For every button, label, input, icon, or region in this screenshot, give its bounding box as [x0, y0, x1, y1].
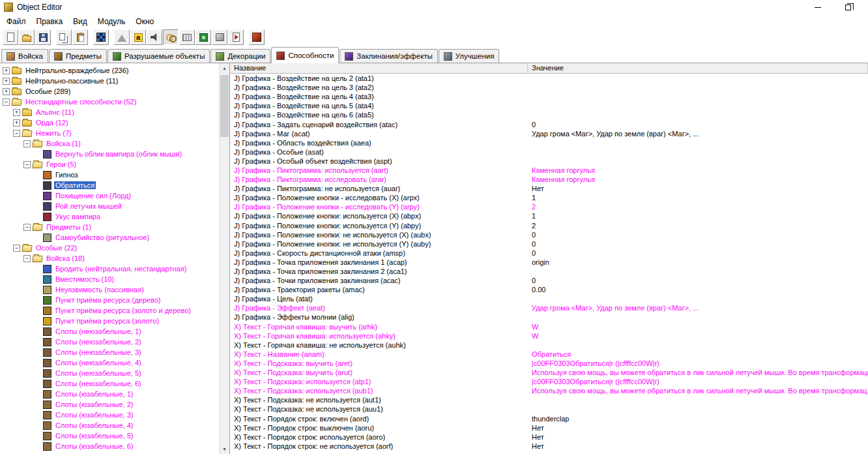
tree-item[interactable]: Слоты (неюзабельные, 1)	[0, 326, 219, 337]
tree-item[interactable]: +Нейтрально-пассивные (11)	[0, 76, 219, 86]
table-row[interactable]: X) Текст - Горячая клавиша: выучить (arh…	[230, 322, 868, 331]
table-row[interactable]: J) Графика - Воздействие на цель 6 (ata5…	[230, 110, 868, 119]
tree-item[interactable]: Гипноз	[0, 170, 219, 180]
table-row[interactable]: J) Графика - Пиктограмма: используется (…	[230, 166, 868, 175]
expand-toggle[interactable]: −	[23, 140, 31, 147]
expand-toggle[interactable]: +	[13, 119, 20, 127]
table-row[interactable]: X) Текст - Горячая клавиша: не используе…	[230, 340, 868, 350]
expand-toggle[interactable]: −	[23, 161, 31, 168]
table-row[interactable]: J) Графика - Траектория ракеты (amac)0.0…	[230, 285, 868, 294]
expand-toggle[interactable]: +	[3, 67, 10, 74]
tree-item[interactable]: Слоты (юзабельные, 6)	[0, 441, 219, 451]
table-row[interactable]: J) Графика - Воздействие на цель 4 (ata3…	[230, 92, 868, 101]
trigger-editor-button[interactable]	[130, 29, 146, 45]
tree-item[interactable]: Вместимость (10)	[0, 274, 219, 284]
menu-edit[interactable]: Правка	[31, 16, 68, 27]
tree-item[interactable]: Слоты (неюзабельные, 6)	[0, 378, 219, 389]
campaign-editor-button[interactable]	[179, 29, 195, 45]
sound-editor-button[interactable]	[147, 29, 162, 45]
tab-destructibles[interactable]: Разрушаемые объекты	[108, 49, 210, 63]
tree-item[interactable]: Вернуть облик вампира (облик мыши)	[0, 149, 219, 159]
tree-item[interactable]: Пункт приёма ресурса (золото и дерево)	[0, 305, 219, 316]
tree-item[interactable]: Слоты (юзабельные, 3)	[0, 410, 219, 420]
tree-item[interactable]: −Нежить (7)	[0, 128, 219, 138]
expand-toggle[interactable]: +	[3, 88, 10, 95]
table-row[interactable]: J) Графика - Положение кнопки: не исполь…	[230, 230, 868, 239]
tree-item[interactable]: Слоты (юзабельные, 4)	[0, 420, 219, 431]
restore-button[interactable]	[833, 0, 863, 14]
table-row[interactable]: X) Текст - Порядок строк: выключен (aoru…	[230, 423, 868, 432]
table-row[interactable]: J) Графика - Точка приложения заклинания…	[230, 258, 868, 267]
tab-upgrades[interactable]: Улучшения	[439, 49, 500, 63]
table-row[interactable]: X) Текст - Подсказка: используется (atp1…	[230, 377, 868, 386]
table-row[interactable]: X) Текст - Порядок строк: включен (aord)…	[230, 414, 868, 423]
table-row[interactable]: J) Графика - Скорость дистанционной атак…	[230, 249, 868, 258]
table-row[interactable]: J) Графика - Эффекты молнии (alig)	[230, 312, 868, 322]
expand-toggle[interactable]: −	[23, 224, 31, 231]
menu-view[interactable]: Вид	[68, 16, 93, 27]
expand-toggle[interactable]: −	[3, 98, 10, 106]
table-row[interactable]: J) Графика - Положение кнопки: используе…	[230, 221, 868, 230]
table-row[interactable]: J) Графика - Область воздействия (aaea)	[230, 138, 868, 147]
tree-item[interactable]: Самоубийство (ритуальное)	[0, 232, 219, 243]
scroll-thumb[interactable]	[220, 75, 229, 137]
scroll-track[interactable]	[220, 73, 229, 444]
table-row[interactable]: X) Текст - Подсказка: выучить (arut)Испо…	[230, 368, 868, 377]
object-editor-button[interactable]	[163, 29, 179, 45]
tree-item[interactable]: −Герои (5)	[0, 159, 219, 170]
table-row[interactable]: J) Графика - Воздействие на цель 2 (ata1…	[230, 74, 868, 83]
table-row[interactable]: X) Текст - Подсказка: не используется (a…	[230, 395, 868, 404]
tree-item[interactable]: −Войска (1)	[0, 138, 219, 149]
tab-abilities[interactable]: Способности	[271, 47, 339, 63]
expand-toggle[interactable]: −	[13, 130, 20, 137]
tree-item[interactable]: Слоты (юзабельные, 2)	[0, 399, 219, 410]
tree-item[interactable]: Слоты (неюзабельные, 5)	[0, 368, 219, 378]
expand-toggle[interactable]: +	[3, 78, 10, 85]
tab-doodads[interactable]: Декорации	[210, 49, 270, 63]
tree-item[interactable]: Рой летучих мышей	[0, 201, 219, 211]
column-header-value[interactable]: Значение	[528, 63, 868, 73]
table-row[interactable]: J) Графика - Положение кнопки - исследов…	[230, 202, 868, 211]
table-row[interactable]: J) Графика - Воздействие на цель 5 (ata4…	[230, 101, 868, 110]
menu-file[interactable]: Файл	[1, 16, 31, 27]
table-row[interactable]: X) Текст - Подсказка: не используется (a…	[230, 404, 868, 414]
table-row[interactable]: J) Графика - Положение кнопки: не исполь…	[230, 239, 868, 249]
table-row[interactable]: J) Графика - Положение кнопки - исследов…	[230, 193, 868, 202]
tree-item[interactable]: Слоты (юзабельные, 1)	[0, 389, 219, 399]
save-map-button[interactable]	[35, 29, 51, 45]
table-row[interactable]: J) Графика - Маг (acat)Удар грома <Маг>,…	[230, 129, 868, 138]
tab-units[interactable]: Войска	[1, 49, 48, 63]
tab-items[interactable]: Предметы	[49, 49, 107, 63]
expand-toggle[interactable]: +	[13, 109, 20, 116]
terrain-editor-button[interactable]	[114, 29, 130, 45]
table-row[interactable]: J) Графика - Пиктограмма: не используетс…	[230, 184, 868, 193]
table-row[interactable]: X) Текст - Горячая клавиша: используется…	[230, 331, 868, 340]
tree-item[interactable]: −Нестандартные способности (52)	[0, 97, 219, 107]
ai-editor-button[interactable]	[195, 29, 211, 45]
table-row[interactable]: J) Графика - Задать сценарий воздействия…	[230, 119, 868, 129]
table-row[interactable]: J) Графика - Пиктограмма: исследовать (a…	[230, 175, 868, 184]
tree-item[interactable]: Обратиться	[0, 180, 219, 190]
open-map-button[interactable]	[19, 29, 35, 45]
tree-item[interactable]: +Нейтрально-враждебные (236)	[0, 65, 219, 76]
checkerboard-button[interactable]	[93, 29, 109, 45]
tree-item[interactable]: Слоты (неюзабельные, 3)	[0, 347, 219, 357]
table-row[interactable]: X) Текст - Порядок строк: используется (…	[230, 432, 868, 442]
column-header-name[interactable]: Название	[230, 63, 528, 73]
tree-item[interactable]: Слоты (юзабельные, 5)	[0, 431, 219, 441]
table-row[interactable]: J) Графика - Воздействие на цель 3 (ata2…	[230, 83, 868, 92]
tree-item[interactable]: Слоты (неюзабельные, 4)	[0, 357, 219, 368]
tree-item[interactable]: −Войска (18)	[0, 253, 219, 264]
menu-window[interactable]: Окно	[130, 16, 159, 27]
tree-item[interactable]: Бродить (нейтральная, нестандартная)	[0, 264, 219, 274]
tree-item[interactable]: +Особые (289)	[0, 86, 219, 97]
table-row[interactable]: J) Графика - Особые (asat)	[230, 147, 868, 157]
tree-item[interactable]: −Особые (22)	[0, 243, 219, 253]
table-row[interactable]: X) Текст - Подсказка: выучить (aret)|c00…	[230, 359, 868, 368]
tree-item[interactable]: +Альянс (11)	[0, 107, 219, 117]
tree-item[interactable]: Неуязвимость (пассивная)	[0, 284, 219, 295]
table-row[interactable]: J) Графика - Положение кнопки: используе…	[230, 211, 868, 220]
tree-item[interactable]: +Орда (12)	[0, 117, 219, 128]
tree-scrollbar[interactable]: ▲ ▼	[219, 63, 229, 454]
scroll-down-button[interactable]: ▼	[220, 444, 229, 454]
